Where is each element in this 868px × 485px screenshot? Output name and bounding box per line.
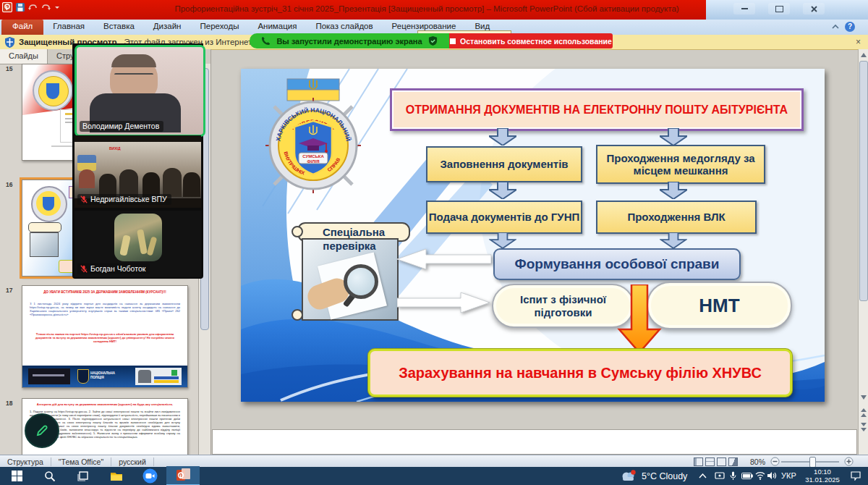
annotation-pencil-button[interactable] xyxy=(25,413,59,448)
main-scrollbar[interactable] xyxy=(858,49,868,455)
clock[interactable]: 10:10 31.01.2025 xyxy=(801,468,843,484)
university-emblem: ХАРКІВСЬКИЙ НАЦІОНАЛЬНИЙ УНІВЕРСИТЕТ ВНУ… xyxy=(260,76,367,198)
tab-insert[interactable]: Вставка xyxy=(94,20,144,35)
status-language[interactable]: русский xyxy=(111,457,154,466)
task-view-icon xyxy=(77,471,89,481)
zoom-out-icon[interactable] xyxy=(770,457,780,466)
sorter-view-icon[interactable] xyxy=(705,457,715,466)
tab-slideshow[interactable]: Показ слайдов xyxy=(306,20,382,35)
scrollbar-thumb[interactable] xyxy=(859,61,868,301)
search-icon xyxy=(44,471,56,482)
mic-icon[interactable] xyxy=(730,471,736,481)
cast-icon[interactable] xyxy=(715,472,725,480)
arrow-down-icon xyxy=(489,128,516,146)
scroll-up-icon[interactable] xyxy=(861,53,867,57)
video-tile-speaker[interactable]: Володимир Дементов xyxy=(75,45,205,137)
weather-widget[interactable]: 5°C Cloudy xyxy=(621,470,687,482)
exit-sign: ВИХІД xyxy=(109,146,121,151)
stop-icon xyxy=(450,38,456,44)
avatar-grass xyxy=(147,236,158,256)
shield-check-icon xyxy=(428,36,438,46)
flag-decoration xyxy=(77,155,96,171)
mic-muted-icon xyxy=(80,195,88,203)
status-bar: Структура "Тема Office" русский 80% xyxy=(0,455,868,468)
audience-head xyxy=(79,169,95,188)
magnifier-lens xyxy=(344,264,378,299)
tab-animations[interactable]: Анимация xyxy=(248,20,306,35)
slideshow-view-icon[interactable] xyxy=(728,457,738,466)
notes-pane[interactable] xyxy=(212,429,857,455)
powerpoint-taskbar-button[interactable] xyxy=(166,466,200,485)
zoom-slider-thumb[interactable] xyxy=(809,457,816,468)
stop-share-button[interactable]: Остановить совместное использование xyxy=(449,33,613,48)
tab-design[interactable]: Дизайн xyxy=(144,20,191,35)
wifi-icon[interactable] xyxy=(755,471,765,480)
tab-transitions[interactable]: Переходы xyxy=(190,20,248,35)
close-button[interactable] xyxy=(803,3,825,14)
file-explorer-button[interactable] xyxy=(100,467,133,485)
help-icon[interactable]: ? xyxy=(845,22,855,32)
notification-center-icon[interactable] xyxy=(851,471,861,481)
tab-file[interactable]: Файл xyxy=(1,20,43,35)
previous-slide-icon[interactable] xyxy=(861,408,867,412)
view-switcher xyxy=(692,457,738,466)
speaker-icon[interactable] xyxy=(767,471,777,480)
magnifier-photo: перевірка xyxy=(302,238,399,321)
task-view-button[interactable] xyxy=(67,467,100,485)
slide-title-box: ОТРИМАННЯ ДОКУМЕНТІВ НА ЕЛЕКТРОННУ ПОШТУ… xyxy=(390,88,804,131)
zoom-app-icon xyxy=(142,468,158,484)
zoom-in-icon[interactable] xyxy=(844,457,854,466)
keyboard-language[interactable]: УКР xyxy=(781,471,796,480)
powerpoint-app-icon[interactable] xyxy=(2,2,12,12)
collapse-ribbon-icon[interactable] xyxy=(832,24,839,30)
weather-text: 5°C Cloudy xyxy=(642,471,687,481)
next-slide-icon[interactable] xyxy=(861,423,867,426)
maximize-button[interactable] xyxy=(768,3,790,14)
stop-share-label: Остановить совместное использование xyxy=(460,37,612,46)
thumb16-photo xyxy=(30,232,59,257)
avatar-image xyxy=(114,214,162,261)
minimize-button[interactable] xyxy=(733,3,755,14)
arrow-down-icon xyxy=(489,182,516,199)
message-bar-close-icon[interactable]: × xyxy=(856,37,861,47)
thumb17-title: ДО УВАГИ ВСТУПНИКІВ 2025 ЗА ДЕРЖАВНИМ ЗА… xyxy=(30,290,180,295)
final-enrollment-box: Зарахування на навчання в Сумську філію … xyxy=(368,349,792,397)
tray-expand-icon[interactable] xyxy=(699,473,707,478)
scroll-curl-decoration xyxy=(292,226,303,237)
status-outline[interactable]: Структура xyxy=(0,457,51,466)
phone-icon xyxy=(261,36,271,46)
video-tile-avatar[interactable]: Богдан Чоботок xyxy=(75,211,201,277)
thumb16-badge-shield xyxy=(43,197,54,211)
slide-thumbnail-17[interactable]: ДО УВАГИ ВСТУПНИКІВ 2025 ЗА ДЕРЖАВНИМ ЗА… xyxy=(22,285,188,388)
zoom-level[interactable]: 80% xyxy=(750,457,765,466)
zoom-share-banner: Вы запустили демонстрацию экрана Останов… xyxy=(250,33,613,48)
start-button[interactable] xyxy=(0,467,33,485)
arrow-left-icon xyxy=(396,248,491,270)
thumb17-green-cross xyxy=(171,370,177,376)
redo-icon[interactable] xyxy=(41,4,51,12)
reading-view-icon[interactable] xyxy=(717,457,726,466)
save-icon[interactable] xyxy=(16,3,25,12)
slide-canvas[interactable]: ХАРКІВСЬКИЙ НАЦІОНАЛЬНИЙ УНІВЕРСИТЕТ ВНУ… xyxy=(241,69,825,402)
video-tile-classroom[interactable]: ВИХІД Недригайлівське ВПУ xyxy=(75,135,201,208)
slide-number: 18 xyxy=(6,400,12,407)
powerpoint-icon xyxy=(176,468,190,482)
cloud-icon xyxy=(621,470,637,482)
undo-icon[interactable] xyxy=(28,4,38,12)
tab-slides-pane[interactable]: Слайды xyxy=(0,49,48,64)
qat-dropdown-icon[interactable] xyxy=(54,4,60,10)
scroll-down-icon[interactable] xyxy=(861,395,867,400)
tab-home[interactable]: Главная xyxy=(43,20,94,35)
window-title: Профориентаційна зустріч_31 січня 2025_П… xyxy=(174,4,680,13)
special-check-label2: перевірка xyxy=(305,240,394,252)
previous-slide-icon2[interactable] xyxy=(861,413,867,417)
zoom-video-strip[interactable]: Володимир Дементов ВИХІД Недригайлівське… xyxy=(72,43,203,279)
status-theme[interactable]: "Тема Office" xyxy=(51,457,111,466)
thumb16-special xyxy=(28,222,61,232)
search-button[interactable] xyxy=(33,467,67,485)
next-slide-icon2[interactable] xyxy=(861,428,867,431)
normal-view-icon[interactable] xyxy=(694,457,703,466)
zoom-app-button[interactable] xyxy=(133,467,166,485)
battery-icon[interactable] xyxy=(741,473,753,479)
quick-access-toolbar xyxy=(2,2,60,12)
